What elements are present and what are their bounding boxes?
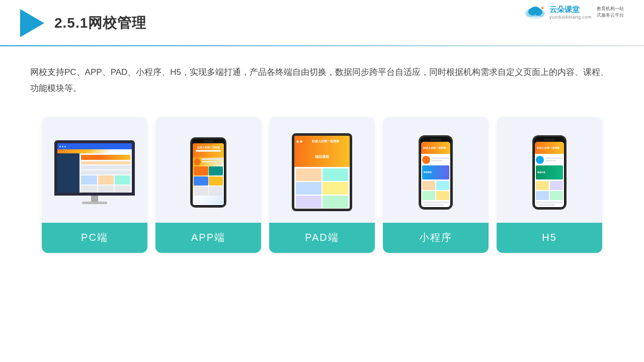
card-app-image: 职进人的第一堂网课: [155, 117, 261, 223]
brand-logo: 云朵课堂 yunduoketang.com 教育机构一站式服务云平台: [524, 4, 624, 20]
card-pc: PC端: [42, 117, 147, 253]
brand-tagline: 教育机构一站式服务云平台: [597, 6, 624, 18]
svg-point-6: [530, 7, 540, 15]
miniprogram-phone-icon: 职进人的第一堂网课 推荐课程: [419, 135, 453, 210]
card-h5-label: H5: [497, 223, 602, 253]
card-pad-label: PAD端: [269, 223, 375, 253]
card-miniprogram-image: 职进人的第一堂网课 推荐课程: [383, 117, 489, 223]
cards-section: PC端 职进人的第一堂网课: [0, 107, 644, 253]
description-text: 网校支持PC、APP、PAD、小程序、H5，实现多端打通，产品各终端自由切换，数…: [0, 46, 644, 107]
card-pc-image: [42, 117, 147, 223]
card-pad-image: 职进人的第一堂网课 精品课程: [269, 117, 375, 223]
card-app-label: APP端: [155, 223, 261, 253]
app-phone-icon: 职进人的第一堂网课: [190, 137, 226, 208]
page-title: 2.5.1网校管理: [54, 14, 146, 33]
cloud-icon: [524, 4, 546, 20]
header: 2.5.1网校管理 云朵课堂 yunduoket: [0, 0, 644, 37]
logo-triangle-icon: [20, 9, 44, 37]
card-miniprogram: 职进人的第一堂网课 推荐课程: [383, 117, 489, 253]
card-app: 职进人的第一堂网课: [155, 117, 261, 253]
card-pc-label: PC端: [42, 223, 147, 253]
card-pad: 职进人的第一堂网课 精品课程 PAD端: [269, 117, 375, 253]
brand-text: 云朵课堂 yunduoketang.com: [549, 5, 592, 20]
card-h5-image: 职进人的第一堂网课 精选内容: [497, 117, 602, 223]
pc-monitor-icon: [54, 140, 135, 204]
pad-tablet-icon: 职进人的第一堂网课 精品课程: [292, 133, 352, 211]
card-miniprogram-label: 小程序: [383, 223, 489, 253]
h5-phone-icon: 职进人的第一堂网课 精选内容: [532, 135, 567, 210]
svg-point-7: [541, 7, 543, 9]
card-h5: 职进人的第一堂网课 精选内容: [497, 117, 602, 253]
